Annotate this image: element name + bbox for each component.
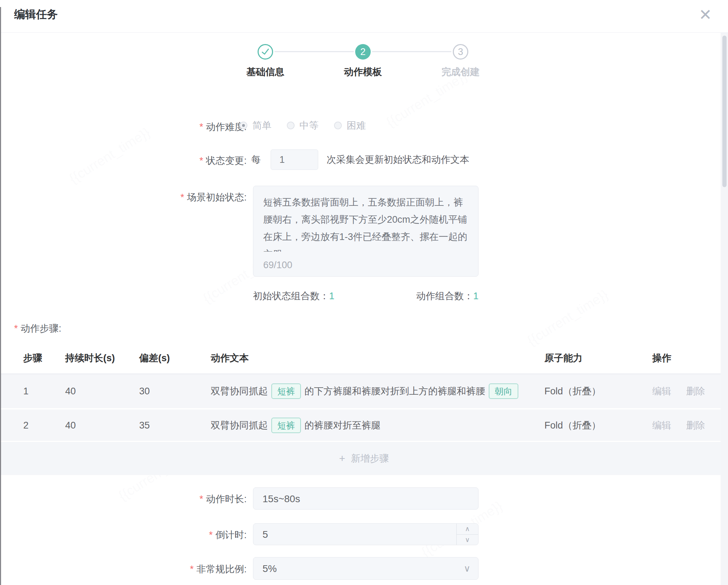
table-row: 1 40 30 双臂协同抓起 短裤 的下方裤腿和裤腰对折到上方的裤腿和裤腰 朝向… (0, 374, 728, 408)
required-mark: * (199, 155, 203, 166)
step-2-label: 动作模板 (324, 66, 402, 78)
delete-link[interactable]: 删除 (686, 386, 705, 396)
required-mark: * (209, 530, 213, 540)
step-action-text: 双臂协同抓起 短裤 的裤腰对折至裤腿 (211, 418, 381, 433)
edit-link[interactable]: 编辑 (652, 420, 671, 431)
radio-hard[interactable]: 困难 (334, 119, 366, 132)
col-action-text: 动作文本 (211, 352, 249, 364)
action-combo-value: 1 (473, 291, 479, 301)
step-deviation: 35 (139, 420, 150, 431)
step-duration: 40 (65, 386, 76, 397)
row-actions: 编辑删除 (652, 419, 705, 432)
chevron-down-icon: ∨ (465, 529, 470, 551)
page-edge-sliver (0, 7, 1, 585)
dialog-title: 编辑任务 (14, 7, 58, 22)
table-header: 步骤 持续时长(s) 偏差(s) 动作文本 原子能力 操作 (0, 343, 728, 374)
scrollbar-thumb[interactable] (722, 36, 727, 187)
step-1-indicator (258, 44, 273, 60)
table-row: 2 40 35 双臂协同抓起 短裤 的裤腰对折至裤腿 Fold（折叠） 编辑删除 (0, 410, 728, 441)
unusual-ratio-select[interactable]: 5% ∨ (253, 557, 479, 580)
step-ability: Fold（折叠） (544, 385, 601, 398)
delete-link[interactable]: 删除 (686, 420, 705, 431)
orientation-tag: 朝向 (489, 383, 518, 399)
state-change-suffix: 次采集会更新初始状态和动作文本 (327, 153, 469, 166)
check-icon (261, 47, 270, 56)
edit-link[interactable]: 编辑 (652, 386, 671, 396)
step-duration: 40 (65, 420, 76, 431)
step-number: 2 (23, 420, 29, 431)
combo-counts: 初始状态组合数：1 动作组合数：1 (253, 290, 479, 302)
step-1-label: 基础信息 (227, 66, 304, 78)
initial-combo-count: 初始状态组合数：1 (253, 290, 334, 302)
row-actions: 编辑删除 (652, 385, 705, 398)
initial-state-label: *场景初始状态: (180, 191, 247, 204)
radio-label: 困难 (347, 119, 366, 132)
initial-combo-value: 1 (329, 291, 334, 301)
state-change-input[interactable] (271, 149, 318, 170)
countdown-value: 5 (263, 524, 268, 546)
difficulty-radio-group: 简单 中等 困难 (240, 119, 381, 132)
required-mark: * (14, 323, 18, 334)
initial-state-box: 短裤五条数据背面朝上，五条数据正面朝上，裤腰朝右，离头部视野下方至少20cm之外… (253, 186, 479, 277)
step-number: 1 (23, 386, 29, 397)
stepper-connector (372, 51, 451, 52)
required-mark: * (180, 192, 184, 203)
countdown-label: *倒计时: (209, 529, 247, 541)
object-tag: 短裤 (271, 418, 301, 433)
radio-medium[interactable]: 中等 (287, 119, 319, 132)
number-spinner: ∧ ∨ (456, 524, 478, 545)
duration-label: *动作时长: (199, 493, 247, 505)
countdown-input[interactable]: 5 ∧ ∨ (253, 523, 479, 545)
watermark-text: {{current_time}} (525, 287, 611, 349)
radio-dot (240, 122, 247, 129)
close-icon[interactable]: ✕ (699, 4, 712, 25)
col-operation: 操作 (652, 352, 671, 364)
radio-label: 中等 (300, 119, 319, 132)
stepper-connector (274, 51, 354, 52)
step-2-indicator: 2 (355, 44, 371, 60)
scrollbar-track[interactable] (721, 33, 728, 585)
initial-state-textarea[interactable]: 短裤五条数据背面朝上，五条数据正面朝上，裤腰朝右，离头部视野下方至少20cm之外… (253, 186, 478, 252)
col-ability: 原子能力 (544, 352, 582, 364)
duration-input[interactable]: 15s~80s (253, 487, 479, 510)
add-step-button[interactable]: + 新增步骤 (0, 442, 728, 475)
step-ability: Fold（折叠） (544, 419, 601, 432)
radio-label: 简单 (252, 119, 271, 132)
unusual-ratio-value: 5% (263, 558, 277, 580)
watermark-text: {{current_time}} (67, 125, 153, 186)
chevron-down-icon: ∨ (464, 557, 470, 580)
step-3-indicator: 3 (453, 44, 468, 60)
radio-dot (287, 122, 295, 129)
col-step: 步骤 (23, 352, 42, 364)
duration-value: 15s~80s (263, 488, 300, 510)
col-deviation: 偏差(s) (139, 352, 170, 364)
step-deviation: 30 (139, 386, 150, 397)
state-change-row: 每 次采集会更新初始状态和动作文本 (251, 149, 469, 170)
action-steps-label: *动作步骤: (14, 322, 61, 335)
required-mark: * (190, 564, 194, 574)
unusual-ratio-label: *非常规比例: (190, 563, 247, 575)
char-counter: 69/100 (263, 260, 292, 271)
plus-icon: + (339, 452, 345, 464)
state-change-prefix: 每 (251, 153, 261, 166)
object-tag: 短裤 (271, 383, 301, 399)
step-action-text: 双臂协同抓起 短裤 的下方裤腿和裤腰对折到上方的裤腿和裤腰 朝向 (211, 383, 522, 399)
required-mark: * (199, 122, 203, 132)
decrease-button[interactable]: ∨ (457, 534, 478, 545)
dialog-header: 编辑任务 ✕ (0, 0, 728, 33)
radio-easy[interactable]: 简单 (240, 119, 271, 132)
col-duration: 持续时长(s) (65, 352, 115, 364)
add-step-label: 新增步骤 (351, 452, 389, 465)
radio-dot (334, 122, 342, 129)
required-mark: * (199, 494, 203, 504)
step-3-label: 完成创建 (422, 66, 499, 78)
action-combo-count: 动作组合数：1 (416, 290, 479, 302)
state-change-label: *状态变更: (199, 154, 247, 167)
